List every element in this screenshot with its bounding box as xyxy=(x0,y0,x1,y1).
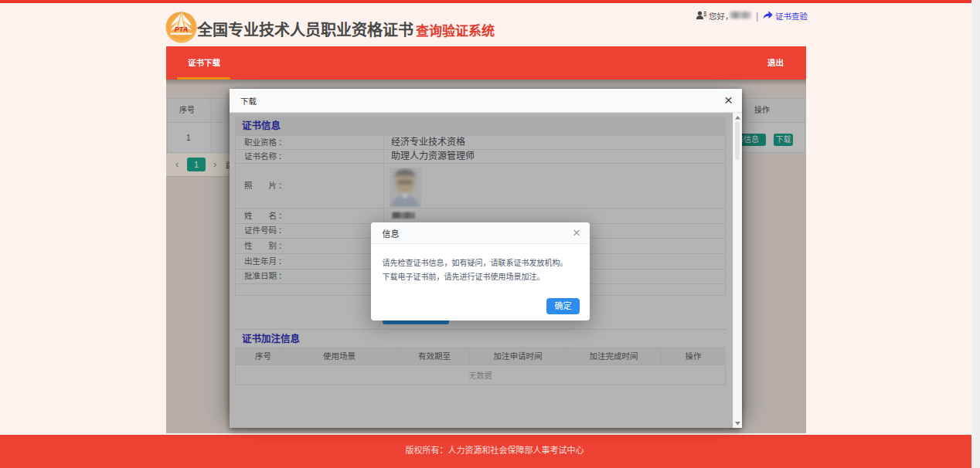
svg-text:PTA: PTA xyxy=(175,25,188,33)
